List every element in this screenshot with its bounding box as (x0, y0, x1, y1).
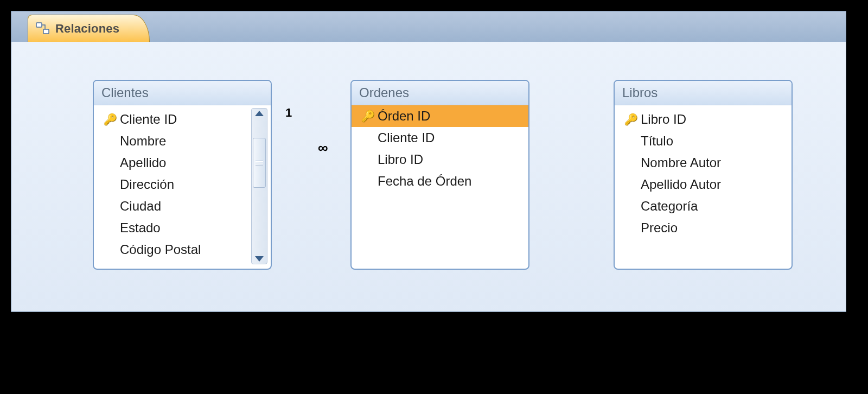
field-label: Libro ID (641, 112, 686, 127)
relationships-window: Relaciones 1 ∞ Clientes 🔑 Cliente ID Nom… (11, 11, 846, 312)
table-fields: 🔑 Libro ID Título Nombre Autor Apellido … (615, 105, 792, 243)
field-label: Cliente ID (378, 130, 435, 145)
primary-key-icon: 🔑 (104, 113, 117, 126)
scroll-up-icon[interactable] (255, 111, 264, 116)
field-label: Libro ID (378, 152, 423, 167)
tab-relaciones[interactable]: Relaciones (28, 15, 150, 42)
tab-bar: Relaciones (11, 11, 846, 42)
table-title: Ordenes (352, 81, 528, 105)
table-libros[interactable]: Libros 🔑 Libro ID Título Nombre Autor Ap… (614, 80, 793, 270)
field-label: Nombre Autor (641, 155, 721, 170)
field-label: Dirección (120, 177, 174, 192)
field-label: Nombre (120, 134, 166, 149)
svg-rect-1 (43, 29, 49, 34)
field-label: Apellido Autor (641, 177, 721, 192)
relationships-icon (36, 22, 50, 36)
field-label: Estado (120, 220, 161, 236)
table-fields: 🔑 Cliente ID Nombre Apellido Dirección C… (94, 105, 271, 265)
field-label: Precio (641, 220, 678, 236)
field-row[interactable]: Precio (615, 217, 792, 239)
cardinality-many: ∞ (318, 139, 328, 156)
cardinality-one: 1 (285, 106, 292, 120)
field-row[interactable]: 🔑 Órden ID (352, 105, 528, 127)
field-label: Ciudad (120, 199, 161, 214)
table-fields: 🔑 Órden ID Cliente ID Libro ID Fecha de … (352, 105, 528, 196)
field-row[interactable]: Nombre Autor (615, 152, 792, 174)
field-row[interactable]: Estado (94, 217, 249, 239)
scroll-down-icon[interactable] (255, 256, 264, 262)
field-label: Título (641, 134, 673, 149)
svg-rect-0 (36, 23, 42, 27)
field-label: Código Postal (120, 242, 201, 257)
field-row[interactable]: Código Postal (94, 239, 249, 260)
field-row[interactable]: Cliente ID (352, 127, 528, 149)
field-row[interactable]: 🔑 Cliente ID (94, 109, 249, 130)
scrollbar[interactable] (251, 108, 267, 264)
diagram-canvas[interactable]: 1 ∞ Clientes 🔑 Cliente ID Nombre Apellid… (11, 42, 846, 312)
field-row[interactable]: Dirección (94, 174, 249, 195)
field-label: Cliente ID (120, 112, 177, 127)
primary-key-icon: 🔑 (624, 113, 638, 126)
table-title: Clientes (94, 81, 271, 105)
field-row[interactable]: 🔑 Libro ID (615, 109, 792, 130)
table-clientes[interactable]: Clientes 🔑 Cliente ID Nombre Apellido Di… (93, 80, 272, 270)
field-row[interactable]: Fecha de Órden (352, 170, 528, 192)
field-label: Categoría (641, 199, 698, 214)
field-label: Fecha de Órden (378, 174, 471, 189)
field-label: Órden ID (378, 109, 430, 124)
primary-key-icon: 🔑 (361, 110, 375, 123)
tab-label: Relaciones (55, 22, 119, 36)
field-row[interactable]: Apellido (94, 152, 249, 174)
field-row[interactable]: Apellido Autor (615, 174, 792, 195)
table-title: Libros (615, 81, 792, 105)
field-row[interactable]: Libro ID (352, 149, 528, 170)
field-row[interactable]: Ciudad (94, 195, 249, 217)
field-label: Apellido (120, 155, 166, 170)
field-row[interactable]: Categoría (615, 195, 792, 217)
field-row[interactable]: Nombre (94, 130, 249, 152)
field-row[interactable]: Título (615, 130, 792, 152)
table-ordenes[interactable]: Ordenes 🔑 Órden ID Cliente ID Libro ID F… (350, 80, 529, 270)
scroll-thumb[interactable] (253, 138, 266, 188)
